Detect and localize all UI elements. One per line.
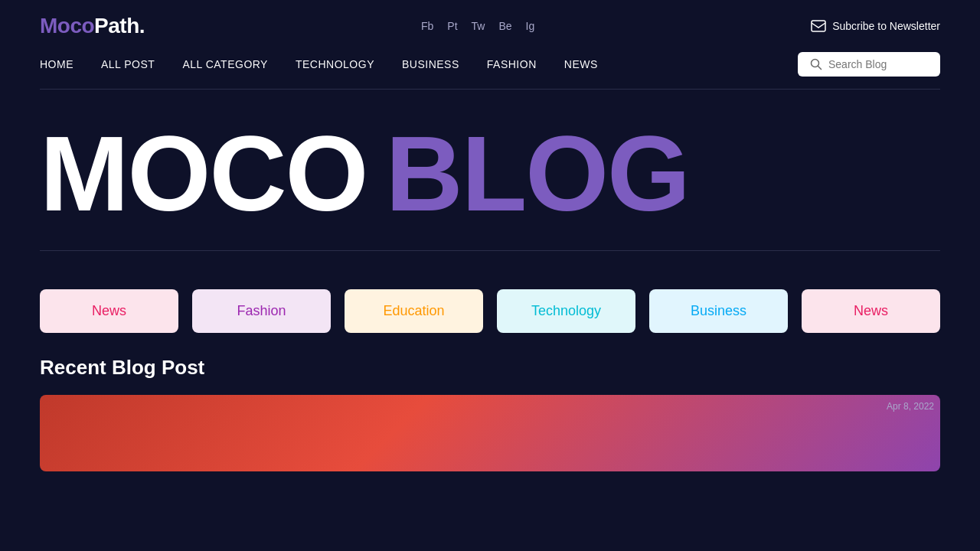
category-pill-news-2[interactable]: News xyxy=(802,289,940,333)
social-link-ig[interactable]: Ig xyxy=(526,20,535,32)
navbar: HOME ALL POST ALL CATEGORY TECHNOLOGY BU… xyxy=(0,52,980,89)
social-link-tw[interactable]: Tw xyxy=(472,20,485,32)
nav-link-allpost[interactable]: ALL POST xyxy=(101,58,155,70)
nav-item-fashion[interactable]: FASHION xyxy=(487,57,537,71)
category-pill-fashion[interactable]: Fashion xyxy=(192,289,331,333)
hero-blog: BLOG xyxy=(386,113,689,233)
nav-item-allpost[interactable]: ALL POST xyxy=(101,57,155,71)
blog-cards: Apr 8, 2022 xyxy=(40,395,940,471)
category-pill-business[interactable]: Business xyxy=(649,289,788,333)
nav-link-technology[interactable]: TECHNOLOGY xyxy=(296,58,374,70)
nav-link-business[interactable]: BUSINESS xyxy=(402,58,459,70)
nav-links: HOME ALL POST ALL CATEGORY TECHNOLOGY BU… xyxy=(40,57,598,71)
nav-item-technology[interactable]: TECHNOLOGY xyxy=(296,57,374,71)
newsletter-label: Subcribe to Newsletter xyxy=(832,20,940,32)
categories-section: News Fashion Education Technology Busine… xyxy=(0,274,980,356)
header: MocoPath. Fb Pt Tw Be Ig Subcribe to New… xyxy=(0,0,980,52)
hero-divider xyxy=(40,250,940,251)
search-box[interactable] xyxy=(798,52,940,77)
blog-card-image-1: Apr 8, 2022 xyxy=(40,395,940,471)
category-pill-technology[interactable]: Technology xyxy=(497,289,635,333)
newsletter-button[interactable]: Subcribe to Newsletter xyxy=(811,20,940,32)
nav-item-news[interactable]: NEWS xyxy=(564,57,598,71)
nav-link-allcategory[interactable]: ALL CATEGORY xyxy=(182,58,268,70)
search-input[interactable] xyxy=(828,58,928,70)
svg-line-2 xyxy=(818,67,822,70)
social-links: Fb Pt Tw Be Ig xyxy=(421,20,534,32)
svg-rect-0 xyxy=(812,21,825,31)
hero-section: MOCOBLOG xyxy=(0,90,980,250)
recent-blog-title: Recent Blog Post xyxy=(40,356,940,380)
hero-title: MOCOBLOG xyxy=(40,120,689,227)
social-link-pt[interactable]: Pt xyxy=(447,20,457,32)
blog-card-1[interactable]: Apr 8, 2022 xyxy=(40,395,940,471)
logo-path: Path. xyxy=(94,14,145,37)
social-link-fb[interactable]: Fb xyxy=(421,20,433,32)
nav-item-home[interactable]: HOME xyxy=(40,57,74,71)
blog-card-date-1: Apr 8, 2022 xyxy=(887,401,934,412)
search-icon xyxy=(810,58,822,70)
nav-item-allcategory[interactable]: ALL CATEGORY xyxy=(182,57,268,71)
category-pill-education[interactable]: Education xyxy=(345,289,483,333)
mail-icon xyxy=(811,20,826,32)
nav-link-news[interactable]: NEWS xyxy=(564,58,598,70)
nav-link-fashion[interactable]: FASHION xyxy=(487,58,537,70)
recent-blog-section: Recent Blog Post Apr 8, 2022 xyxy=(0,356,980,471)
site-logo[interactable]: MocoPath. xyxy=(40,14,145,38)
category-pill-news-1[interactable]: News xyxy=(40,289,178,333)
logo-moco: Moco xyxy=(40,14,94,37)
nav-item-business[interactable]: BUSINESS xyxy=(402,57,459,71)
hero-moco: MOCO xyxy=(40,113,368,233)
social-link-be[interactable]: Be xyxy=(498,20,511,32)
nav-link-home[interactable]: HOME xyxy=(40,58,74,70)
